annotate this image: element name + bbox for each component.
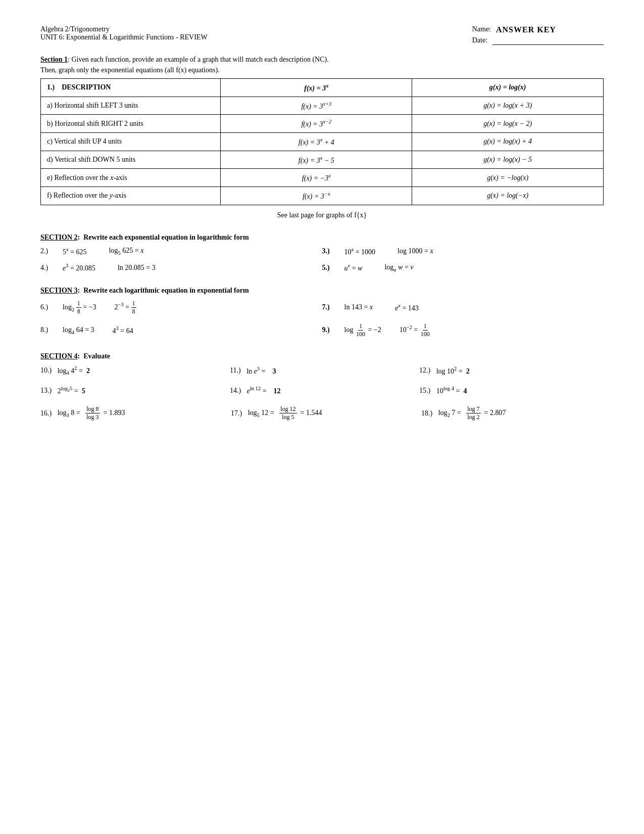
prob-14-expr: eln 12 = 12 (247, 386, 281, 395)
row-desc: d) Vertical shift DOWN 5 units (41, 151, 221, 169)
prob-16-expr: log3 8 = log 8log 3 = 1.893 (58, 405, 125, 421)
table-row: c) Vertical shift UP 4 units f(x) = 3x +… (41, 132, 604, 151)
page-header: Algebra 2/Trigonometry UNIT 6: Exponenti… (40, 25, 604, 45)
table-row: f) Reflection over the y-axis f(x) = 3−x… (41, 187, 604, 205)
section3-row1: 6.) log2 18 = −3 2−3 = 18 7.) ln 143 = x… (40, 300, 604, 315)
section3-row2: 8.) log4 64 = 3 43 = 64 9.) log 1100 = −… (40, 322, 604, 338)
prob-5: 5.) uv = w logu w = v (322, 263, 604, 272)
prob-6-question: log2 18 = −3 (63, 300, 96, 315)
prob-6-label: 6.) (40, 303, 56, 311)
header-left: Algebra 2/Trigonometry UNIT 6: Exponenti… (40, 25, 208, 45)
prob-2: 2.) 5x = 625 log5 625 = x (40, 247, 322, 256)
row-fx: f(x) = −3x (221, 169, 412, 187)
unit-title: UNIT 6: Exponential & Logarithmic Functi… (40, 33, 208, 41)
prob-18-label: 18.) (421, 409, 434, 418)
prob-11-label: 11.) (230, 366, 242, 375)
prob-6: 6.) log2 18 = −3 2−3 = 18 (40, 300, 322, 315)
section1-table: 1.) DESCRIPTION f(x) = 3x g(x) = log(x) … (40, 78, 604, 205)
section4-heading: SECTION 4: Evaluate (40, 352, 604, 360)
table-row: e) Reflection over the x-axis f(x) = −3x… (41, 169, 604, 187)
name-label: Name: (472, 25, 491, 34)
prob-7-label: 7.) (322, 303, 337, 311)
prob-8: 8.) log4 64 = 3 43 = 64 (40, 322, 322, 338)
section2-row1: 2.) 5x = 625 log5 625 = x 3.) 10x = 1000… (40, 247, 604, 256)
prob-4: 4.) e3 = 20.085 ln 20.085 = 3 (40, 263, 322, 272)
row-gx: g(x) = log(x) + 4 (412, 132, 604, 151)
prob-10-label: 10.) (40, 366, 54, 375)
section4-grid2: 13.) 2log25 = 5 14.) eln 12 = 12 15.) 10… (40, 386, 604, 395)
prob-16-label: 16.) (40, 409, 54, 418)
prob-14: 14.) eln 12 = 12 (230, 386, 414, 395)
section3-block: SECTION 3: Rewrite each logarithmic equa… (40, 287, 604, 338)
row-fx: f(x) = 3−x (221, 187, 412, 205)
prob-9-answer: 10−2 = 1100 (400, 322, 431, 338)
prob-6-answer: 2−3 = 18 (114, 300, 136, 315)
row-fx: f(x) = 3x − 5 (221, 151, 412, 169)
prob-8-question: log4 64 = 3 (63, 326, 94, 335)
table-row: d) Vertical shift DOWN 5 units f(x) = 3x… (41, 151, 604, 169)
prob-13-label: 13.) (40, 387, 54, 395)
row-gx: g(x) = log(−x) (412, 187, 604, 205)
prob-17-expr: log5 12 = log 12log 5 = 1.544 (248, 405, 322, 421)
prob-3-label: 3.) (322, 247, 337, 255)
prob-15-label: 15.) (419, 387, 432, 395)
prob-5-question: uv = w (344, 263, 363, 272)
prob-17-label: 17.) (231, 409, 244, 418)
prob-2-answer: log5 625 = x (109, 247, 144, 256)
row-desc: b) Horizontal shift RIGHT 2 units (41, 115, 221, 133)
prob-13: 13.) 2log25 = 5 (40, 386, 225, 395)
table-col2-header: f(x) = 3x (221, 79, 412, 97)
row-fx: f(x) = 3x+3 (221, 97, 412, 115)
prob-2-question: 5x = 625 (63, 247, 87, 256)
row-desc: e) Reflection over the x-axis (41, 169, 221, 187)
row-gx: g(x) = −log(x) (412, 169, 604, 187)
table-row: b) Horizontal shift RIGHT 2 units f(x) =… (41, 115, 604, 133)
section4-block: SECTION 4: Evaluate 10.) log4 42 = 2 11.… (40, 352, 604, 421)
section1-block: Section 1: Given each function, provide … (40, 54, 604, 219)
prob-9-label: 9.) (322, 326, 337, 334)
prob-11: 11.) ln e3 = 3 (230, 365, 414, 376)
prob-12: 12.) log 102 = 2 (419, 365, 604, 376)
section2-block: SECTION 2: Rewrite each exponential equa… (40, 234, 604, 272)
section4-grid1: 10.) log4 42 = 2 11.) ln e3 = 3 12.) log… (40, 365, 604, 376)
table-col1-header: 1.) DESCRIPTION (41, 79, 221, 97)
section4-grid3: 16.) log3 8 = log 8log 3 = 1.893 17.) lo… (40, 405, 604, 421)
section2-heading: SECTION 2: Rewrite each exponential equa… (40, 234, 604, 242)
prob-7-question: ln 143 = x (344, 303, 373, 311)
prob-11-expr: ln e3 = 3 (246, 366, 276, 376)
table-col3-header: g(x) = log(x) (412, 79, 604, 97)
prob-8-answer: 43 = 64 (113, 326, 133, 335)
prob-3-question: 10x = 1000 (344, 247, 376, 256)
prob-4-question: e3 = 20.085 (63, 263, 95, 272)
prob-18: 18.) log2 7 = log 7log 2 = 2.807 (421, 405, 604, 421)
section1-footnote: See last page for graphs of f{x} (40, 211, 604, 219)
prob-17: 17.) log5 12 = log 12log 5 = 1.544 (231, 405, 413, 421)
prob-8-label: 8.) (40, 326, 56, 334)
row-desc: a) Horizontal shift LEFT 3 units (41, 97, 221, 115)
row-gx: g(x) = log(x) − 5 (412, 151, 604, 169)
row-desc: c) Vertical shift UP 4 units (41, 132, 221, 151)
section2-row2: 4.) e3 = 20.085 ln 20.085 = 3 5.) uv = w… (40, 263, 604, 272)
prob-9: 9.) log 1100 = −2 10−2 = 1100 (322, 322, 604, 338)
prob-14-label: 14.) (230, 387, 243, 395)
row-gx: g(x) = log(x − 2) (412, 115, 604, 133)
row-fx: f(x) = 3x−2 (221, 115, 412, 133)
prob-3: 3.) 10x = 1000 log 1000 = x (322, 247, 604, 256)
prob-5-answer: logu w = v (384, 263, 413, 272)
section1-title: Section 1: Given each function, provide … (40, 54, 604, 75)
prob-9-question: log 1100 = −2 (344, 322, 381, 338)
date-row: Date: (472, 36, 604, 45)
section3-heading: SECTION 3: Rewrite each logarithmic equa… (40, 287, 604, 295)
prob-5-label: 5.) (322, 264, 337, 272)
name-row: Name: ANSWER KEY (472, 25, 604, 34)
row-fx: f(x) = 3x + 4 (221, 132, 412, 151)
course-title: Algebra 2/Trigonometry (40, 25, 208, 33)
date-label: Date: (472, 36, 487, 45)
table-row: a) Horizontal shift LEFT 3 units f(x) = … (41, 97, 604, 115)
prob-10-expr: log4 42 = 2 (58, 365, 90, 376)
row-desc: f) Reflection over the y-axis (41, 187, 221, 205)
prob-7: 7.) ln 143 = x ex = 143 (322, 300, 604, 315)
prob-12-expr: log 102 = 2 (436, 366, 470, 376)
prob-4-answer: ln 20.085 = 3 (118, 264, 156, 272)
date-line (492, 36, 604, 45)
